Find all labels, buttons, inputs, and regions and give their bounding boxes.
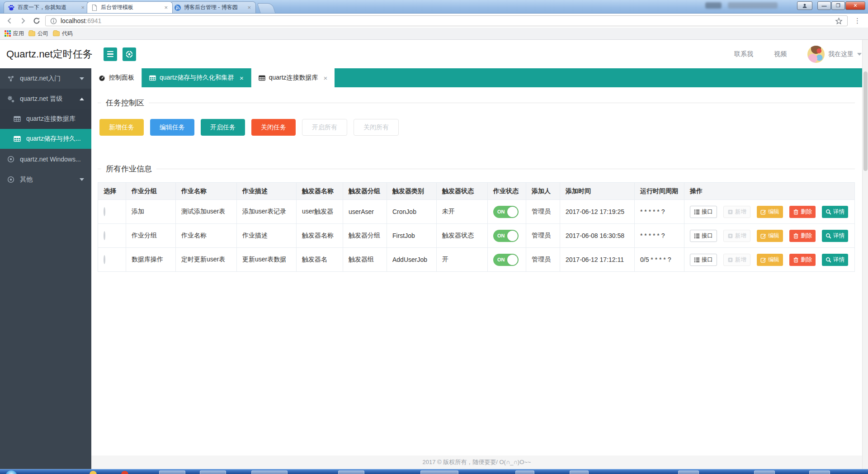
page-tab-quartz-storage[interactable]: quartz储存与持久化和集群 × xyxy=(142,68,251,87)
chrome-menu-icon[interactable]: ⋮ xyxy=(851,17,863,25)
start-all-button[interactable]: 开启所有 xyxy=(302,119,347,136)
row-radio[interactable] xyxy=(104,255,105,264)
row-actions: 接口 新增 编辑 删除 详情 文档 xyxy=(690,230,849,242)
stop-all-button[interactable]: 关闭所有 xyxy=(354,119,399,136)
api-button[interactable]: 接口 xyxy=(690,206,717,218)
bookmark-star-icon[interactable] xyxy=(835,17,843,25)
doc-button[interactable]: 文档 xyxy=(854,254,855,266)
sidebar-item-quartz-intro[interactable]: quartz.net入门 xyxy=(0,68,91,89)
windows-taskbar[interactable] xyxy=(0,469,868,474)
taskbar-app[interactable] xyxy=(200,470,226,474)
api-button[interactable]: 接口 xyxy=(690,254,717,266)
taskbar-icon[interactable] xyxy=(90,471,97,474)
add-task-button[interactable]: 新增任务 xyxy=(99,119,144,136)
detail-button[interactable]: 详情 xyxy=(822,230,848,242)
trigger-state: 触发器状态 xyxy=(437,224,488,248)
close-button[interactable]: ✕ xyxy=(845,1,865,10)
row-radio[interactable] xyxy=(104,207,105,216)
edit-task-button[interactable]: 编辑任务 xyxy=(150,119,194,136)
scrollbar-thumb[interactable] xyxy=(863,71,868,171)
nav-contact-link[interactable]: 联系我 xyxy=(734,50,753,58)
taskbar-app[interactable] xyxy=(570,470,589,474)
browser-tab-cnblogs[interactable]: 博客后台管理 - 博客园 × xyxy=(170,1,256,13)
sidebar-item-quartz-connect-db[interactable]: quartz连接数据库 xyxy=(0,109,91,129)
address-bar[interactable]: localhost:6941 xyxy=(45,15,848,26)
page-tab-dashboard[interactable]: 控制面板 xyxy=(91,68,142,87)
adder: 管理员 xyxy=(526,224,560,248)
browser-tab-admin-template[interactable]: 后台管理模板 × xyxy=(87,1,173,13)
taskbar-app[interactable] xyxy=(809,470,830,474)
taskbar-app[interactable] xyxy=(420,470,458,474)
taskbar-app[interactable] xyxy=(251,470,288,474)
edit-button[interactable]: 编辑 xyxy=(757,206,783,218)
table-icon xyxy=(259,75,265,81)
section-legend: 任务控制区 xyxy=(101,98,149,108)
restore-button[interactable]: ❐ xyxy=(831,1,845,10)
taskbar-icon[interactable] xyxy=(121,471,128,474)
taskbar-app[interactable] xyxy=(159,470,185,474)
bookmark-folder-code[interactable]: 代码 xyxy=(53,30,73,38)
new-button[interactable]: 新增 xyxy=(723,254,750,266)
profile-button[interactable] xyxy=(797,1,812,10)
sidebar-item-quartz-windows[interactable]: quartz.net Windows... xyxy=(0,149,91,169)
info-icon[interactable] xyxy=(50,18,57,24)
taskbar-app[interactable] xyxy=(678,470,699,474)
delete-button[interactable]: 删除 xyxy=(789,230,816,242)
taskbar-app[interactable] xyxy=(754,470,775,474)
new-button[interactable]: 新增 xyxy=(723,230,750,242)
table-icon xyxy=(14,115,21,123)
job-state-toggle[interactable]: ON xyxy=(493,254,519,266)
stop-task-button[interactable]: 关闭任务 xyxy=(251,119,296,136)
trigger-type: AddUserJob xyxy=(387,248,437,272)
refresh-icon[interactable] xyxy=(32,16,42,26)
help-button[interactable] xyxy=(123,47,136,61)
taskbar-app[interactable] xyxy=(515,470,534,474)
main-area: 控制面板 quartz储存与持久化和集群 × quartz连接数据库 × 任务控… xyxy=(91,68,862,469)
user-menu[interactable]: 我在这里 xyxy=(807,46,862,63)
sidebar-toggle-button[interactable] xyxy=(104,47,117,61)
doc-button[interactable]: 文档 xyxy=(854,230,855,242)
sidebar-item-other[interactable]: 其他 xyxy=(0,169,91,190)
browser-tab-baidu[interactable]: 百度一下，你就知道 × xyxy=(4,1,90,13)
bookmark-apps[interactable]: 应用 xyxy=(5,30,24,38)
job-state-toggle[interactable]: ON xyxy=(493,206,519,218)
taskbar-app[interactable] xyxy=(338,470,364,474)
delete-button[interactable]: 删除 xyxy=(789,206,816,218)
tab-close-icon[interactable]: × xyxy=(324,74,328,82)
api-button[interactable]: 接口 xyxy=(690,230,717,242)
minimize-button[interactable]: — xyxy=(817,1,831,10)
trash-icon xyxy=(793,257,799,263)
back-icon[interactable] xyxy=(5,16,14,26)
job-state-toggle[interactable]: ON xyxy=(493,230,519,242)
page-tab-quartz-connect-db[interactable]: quartz连接数据库 × xyxy=(251,68,335,87)
detail-button[interactable]: 详情 xyxy=(822,206,848,218)
sidebar-item-quartz-advanced[interactable]: quartz.net 晋级 xyxy=(0,89,91,109)
tab-close-icon[interactable]: × xyxy=(80,4,85,11)
new-tab-button[interactable] xyxy=(257,3,275,13)
tab-close-icon[interactable]: × xyxy=(246,4,252,11)
tab-close-icon[interactable]: × xyxy=(240,74,244,82)
detail-button[interactable]: 详情 xyxy=(822,254,848,266)
task-control-section: 任务控制区 新增任务 编辑任务 开启任务 关闭任务 开启所有 关闭所有 xyxy=(98,98,855,138)
chevron-down-icon xyxy=(857,53,862,56)
tab-close-icon[interactable]: × xyxy=(163,4,169,11)
page-tab-label: quartz储存与持久化和集群 xyxy=(160,74,234,82)
row-radio[interactable] xyxy=(104,231,105,240)
job-name: 测试添加user表 xyxy=(176,200,237,224)
edit-button[interactable]: 编辑 xyxy=(757,254,783,266)
nav-video-link[interactable]: 视频 xyxy=(774,50,787,58)
new-button[interactable]: 新增 xyxy=(723,206,750,218)
bookmark-folder-company[interactable]: 公司 xyxy=(28,30,48,38)
trigger-group: 触发器组 xyxy=(343,248,387,272)
trigger-group: userAser xyxy=(343,200,387,224)
edit-button[interactable]: 编辑 xyxy=(757,230,783,242)
page-scrollbar[interactable] xyxy=(862,40,868,469)
forward-icon[interactable] xyxy=(18,16,28,26)
doc-button[interactable]: 文档 xyxy=(854,206,855,218)
start-task-button[interactable]: 开启任务 xyxy=(201,119,245,136)
start-button[interactable] xyxy=(5,470,17,474)
column-header: 添加时间 xyxy=(560,183,635,200)
sidebar-item-quartz-storage[interactable]: quartz储存与持久... xyxy=(0,129,91,149)
delete-button[interactable]: 删除 xyxy=(789,254,816,266)
column-header: 作业分组 xyxy=(126,183,176,200)
